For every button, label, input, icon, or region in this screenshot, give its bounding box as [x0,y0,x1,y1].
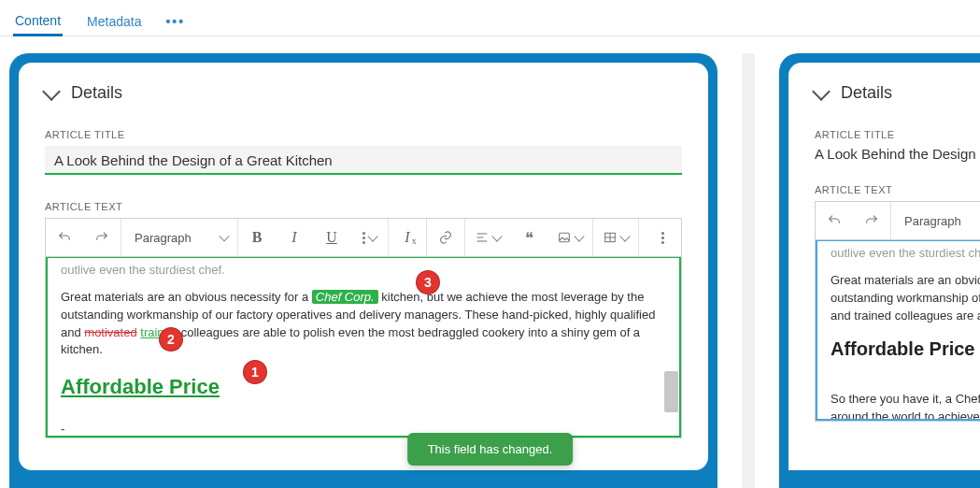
link-button[interactable] [427,219,464,256]
editor-content-right[interactable]: outlive even the sturdiest chef. Great m… [817,241,980,419]
partial-line: outlive even the sturdiest chef. [831,245,980,263]
panel-right: Details ARTICLE TITLE A Look Behind the … [779,53,980,488]
toolbar-more-button[interactable] [644,219,681,256]
details-title: Details [71,83,122,103]
body-paragraph: Great materials are an obvious necessity… [61,289,666,359]
editor-content[interactable]: outlive even the sturdiest chef. Great m… [48,258,679,436]
editor-content-wrap-right: outlive even the sturdiest chef. Great m… [816,240,980,421]
article-title-label: ARTICLE TITLE [45,129,682,140]
dash-line: - [61,421,666,436]
format-select[interactable]: Paragraph [891,202,980,239]
redo-button[interactable] [853,202,890,239]
editor-tabs: Content Metadata ••• [0,0,980,36]
callout-badge-1: 1 [244,361,266,383]
rich-text-editor: Paragraph B I U Ix [45,218,682,438]
rich-text-editor-right: Paragraph outlive even the sturdiest che… [815,201,980,422]
article-title-field-right: A Look Behind the Design of a [815,146,980,162]
tab-metadata[interactable]: Metadata [85,8,143,35]
article-title-input[interactable] [52,151,678,169]
italic-button[interactable]: I [276,219,313,256]
callout-badge-2: 2 [160,328,182,351]
closing-paragraph: So there you have it, a Chef Corp. aroun… [831,391,980,419]
panel-left: Details ARTICLE TITLE ARTICLE TEXT Parag… [9,53,717,488]
undo-button[interactable] [816,202,853,239]
chevron-down-icon [812,82,831,101]
details-title: Details [841,83,892,103]
panel-divider-scrollbar[interactable] [742,53,755,488]
quote-button[interactable]: ❝ [510,219,547,256]
callout-badge-3: 3 [417,271,439,294]
compare-panels: Details ARTICLE TITLE ARTICLE TEXT Parag… [0,36,980,488]
insert-button[interactable] [547,219,592,256]
redo-button[interactable] [83,219,121,256]
svg-rect-3 [560,233,570,241]
clear-format-button[interactable]: Ix [389,219,426,256]
details-header[interactable]: Details [45,83,682,103]
panel-right-card: Details ARTICLE TITLE A Look Behind the … [788,63,980,470]
article-title-field[interactable] [45,146,682,175]
table-button[interactable] [593,219,638,256]
body-paragraph: Great materials are an obvious ne outsta… [831,272,980,325]
section-heading: Affordable Price [831,336,980,363]
field-changed-toast: This field has changed. [407,433,574,466]
align-button[interactable] [465,219,510,256]
editor-content-wrap: outlive even the sturdiest chef. Great m… [46,257,681,438]
tab-content[interactable]: Content [13,7,63,36]
section-heading: Affordable Price [61,372,666,402]
tab-more[interactable]: ••• [165,8,185,35]
editor-scrollbar[interactable] [664,259,678,435]
details-header-right[interactable]: Details [815,83,980,103]
article-text-label: ARTICLE TEXT [45,201,682,212]
panel-left-card: Details ARTICLE TITLE ARTICLE TEXT Parag… [19,63,708,470]
article-title-label: ARTICLE TITLE [815,129,980,140]
editor-toolbar: Paragraph B I U Ix [46,219,681,257]
editor-toolbar-right: Paragraph [816,202,980,240]
format-select[interactable]: Paragraph [121,219,237,256]
underline-button[interactable]: U [313,219,350,256]
changed-chip: Chef Corp. [312,290,378,304]
more-styles-button[interactable] [350,219,388,256]
undo-button[interactable] [46,219,83,256]
chevron-down-icon [42,82,61,101]
article-text-label: ARTICLE TEXT [815,184,980,195]
article-title-value: A Look Behind the Design of a [815,146,980,162]
deleted-text: motivated [84,325,136,339]
partial-line: outlive even the sturdiest chef. [61,262,666,280]
bold-button[interactable]: B [238,219,276,256]
